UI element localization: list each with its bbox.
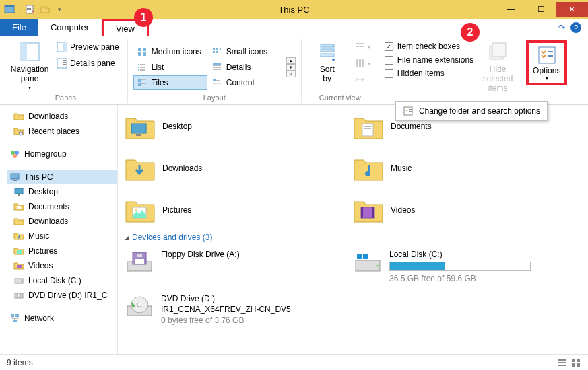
folder-pictures[interactable]: Pictures (125, 191, 353, 229)
drive-local[interactable]: Local Disk (C:) 36.5 GB free of 59.6 GB (353, 250, 581, 283)
sort-by-button[interactable]: Sort by (307, 40, 348, 83)
size-columns-icon (354, 74, 365, 85)
videos-folder-icon (353, 195, 384, 225)
svg-rect-48 (356, 46, 359, 47)
svg-rect-83 (364, 128, 371, 129)
close-button[interactable]: ✕ (556, 2, 588, 17)
qa-properties-icon[interactable] (25, 4, 36, 15)
add-columns-button[interactable]: ▾ (352, 57, 373, 70)
svg-rect-1 (5, 5, 14, 7)
folder-desktop[interactable]: Desktop (125, 108, 353, 145)
svg-rect-29 (140, 69, 145, 71)
tab-file[interactable]: File (0, 19, 38, 36)
navigation-pane-button[interactable]: Navigation pane ▾ (9, 40, 50, 91)
folder-downloads[interactable]: Downloads (125, 149, 353, 187)
svg-rect-59 (409, 109, 412, 110)
qa-newfolder-icon[interactable] (40, 4, 51, 15)
sidebar-item-dvd[interactable]: DVD Drive (D:) IR1_C (7, 288, 117, 303)
group-by-button[interactable]: ▾ (352, 40, 373, 54)
layout-list[interactable]: List (133, 60, 207, 75)
app-icon (4, 4, 15, 15)
folder-icon (13, 216, 24, 227)
sidebar-item-thispc[interactable]: This PC (7, 170, 117, 184)
svg-rect-50 (356, 59, 358, 67)
hide-selected-button[interactable]: Hide selected items (478, 40, 518, 93)
svg-rect-54 (492, 43, 506, 57)
titlebar: | ▼ This PC — ☐ ✕ (0, 0, 588, 19)
sidebar-item-videos[interactable]: Videos (7, 258, 117, 273)
details-pane-icon (57, 58, 67, 69)
svg-point-86 (135, 209, 137, 211)
sidebar-item-downloads[interactable]: Downloads (7, 109, 117, 124)
window-title: This PC (278, 5, 309, 15)
svg-point-95 (377, 265, 379, 267)
music-icon (13, 231, 24, 242)
sidebar-item-recent[interactable]: Recent places (7, 124, 117, 139)
layout-content[interactable]: Content (208, 75, 282, 90)
group-layout: Medium icons Small icons List Details Ti… (128, 39, 302, 103)
file-name-extensions[interactable]: File name extensions (385, 55, 473, 65)
list-icon (137, 62, 148, 73)
sidebar-item-network[interactable]: Network (7, 311, 117, 326)
svg-rect-35 (141, 79, 146, 80)
floppy-icon (125, 250, 154, 274)
svg-rect-97 (363, 254, 368, 259)
svg-rect-26 (138, 67, 139, 68)
add-columns-icon (354, 58, 365, 69)
svg-rect-21 (220, 48, 221, 50)
folder-icon (13, 111, 24, 122)
view-tiles-icon[interactable] (570, 357, 581, 368)
layout-details[interactable]: Details (208, 60, 282, 75)
layout-tiles[interactable]: Tiles (133, 75, 207, 90)
size-columns-button[interactable] (352, 73, 373, 86)
tab-computer[interactable]: Computer (38, 19, 102, 36)
layout-scroll-down[interactable]: ▾ (286, 64, 296, 71)
item-check-boxes[interactable]: Item check boxes (385, 42, 473, 51)
layout-expand[interactable]: ▿ (286, 71, 296, 77)
minimize-ribbon-icon[interactable]: ↷ (558, 23, 565, 32)
svg-point-63 (15, 151, 19, 155)
preview-pane-button[interactable]: Preview pane (54, 40, 122, 54)
change-folder-options[interactable]: Change folder and search options (419, 106, 540, 116)
layout-scroll-up[interactable]: ▴ (286, 57, 296, 64)
folder-music[interactable]: Music (353, 149, 581, 187)
sidebar-item-downloads2[interactable]: Downloads (7, 214, 117, 229)
sidebar-item-pictures[interactable]: Pictures (7, 244, 117, 258)
svg-rect-37 (138, 83, 141, 86)
callout-1: 1 (134, 8, 153, 27)
drive-dvd[interactable]: DVD Drive (D:) IR1_CENA_X64FREV_ZH-CN_DV… (125, 294, 353, 325)
layout-medium-icons[interactable]: Medium icons (133, 44, 207, 59)
sort-icon (317, 42, 338, 63)
medium-icons-icon (137, 46, 148, 57)
svg-rect-32 (213, 67, 221, 68)
layout-small-icons[interactable]: Small icons (208, 44, 282, 59)
svg-rect-102 (558, 359, 566, 361)
options-button[interactable]: Options ▾ (526, 40, 567, 85)
svg-rect-84 (364, 131, 371, 131)
svg-rect-81 (362, 124, 373, 136)
drive-floppy[interactable]: Floppy Disk Drive (A:) (125, 250, 353, 283)
svg-rect-76 (11, 314, 14, 317)
section-devices[interactable]: ◢ Devices and drives (3) (125, 233, 581, 242)
recent-icon (13, 126, 24, 137)
sidebar-item-music[interactable]: Music (7, 229, 117, 244)
svg-rect-45 (321, 49, 334, 52)
sidebar-item-localdisk[interactable]: Local Disk (C:) (7, 273, 117, 288)
svg-rect-47 (356, 43, 364, 44)
sidebar-item-desktop[interactable]: Desktop (7, 184, 117, 199)
details-pane-button[interactable]: Details pane (54, 57, 122, 70)
content-area: Desktop Documents Downloads Music Pictur… (118, 105, 588, 354)
maximize-button[interactable]: ☐ (526, 2, 556, 17)
help-icon[interactable]: ? (570, 22, 581, 33)
svg-rect-5 (27, 9, 31, 10)
view-details-icon[interactable] (557, 357, 568, 368)
qa-dropdown-icon[interactable]: ▼ (55, 7, 64, 13)
group-by-icon (354, 42, 365, 52)
folder-videos[interactable]: Videos (353, 191, 581, 229)
minimize-button[interactable]: — (496, 2, 526, 17)
hidden-items[interactable]: Hidden items (385, 69, 473, 78)
group-label-current: Current view (307, 94, 373, 103)
svg-rect-28 (138, 69, 139, 71)
sidebar-item-documents[interactable]: Documents (7, 199, 117, 214)
sidebar-item-homegroup[interactable]: Homegroup (7, 147, 117, 161)
